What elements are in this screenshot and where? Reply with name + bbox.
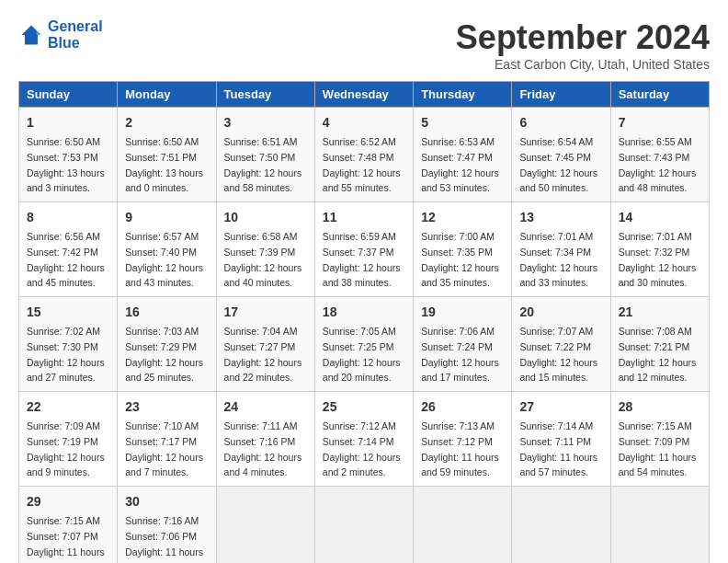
logo-icon <box>18 22 44 48</box>
logo-text: General Blue <box>48 18 103 51</box>
sunrise-info: Sunrise: 6:58 AMSunset: 7:39 PMDaylight:… <box>224 231 302 288</box>
day-number: 1 <box>27 113 109 132</box>
day-cell: 12Sunrise: 7:00 AMSunset: 7:35 PMDayligh… <box>414 202 512 297</box>
day-number: 22 <box>27 397 109 417</box>
logo: General Blue <box>18 18 103 51</box>
header-row: SundayMondayTuesdayWednesdayThursdayFrid… <box>19 82 710 108</box>
day-cell: 29Sunrise: 7:15 AMSunset: 7:07 PMDayligh… <box>19 487 118 564</box>
page-header: General Blue September 2024 East Carbon … <box>18 18 710 72</box>
day-number: 6 <box>519 113 602 132</box>
day-number: 30 <box>125 492 208 511</box>
day-cell: 9Sunrise: 6:57 AMSunset: 7:40 PMDaylight… <box>118 202 216 297</box>
day-number: 21 <box>619 303 701 322</box>
header-cell-monday: Monday <box>118 82 216 108</box>
day-number: 27 <box>519 397 602 417</box>
sunrise-info: Sunrise: 7:08 AMSunset: 7:21 PMDaylight:… <box>619 326 697 383</box>
calendar-table: SundayMondayTuesdayWednesdayThursdayFrid… <box>18 81 710 563</box>
sunrise-info: Sunrise: 6:52 AMSunset: 7:48 PMDaylight:… <box>323 136 401 193</box>
sunrise-info: Sunrise: 7:02 AMSunset: 7:30 PMDaylight:… <box>27 326 105 383</box>
header-cell-tuesday: Tuesday <box>216 82 314 108</box>
day-number: 11 <box>323 208 405 227</box>
sunrise-info: Sunrise: 7:16 AMSunset: 7:06 PMDaylight:… <box>125 515 203 563</box>
sunrise-info: Sunrise: 7:00 AMSunset: 7:35 PMDaylight:… <box>421 231 499 288</box>
day-number: 24 <box>224 397 307 417</box>
sunrise-info: Sunrise: 7:01 AMSunset: 7:32 PMDaylight:… <box>619 231 697 288</box>
header-cell-sunday: Sunday <box>19 82 118 108</box>
calendar-header: SundayMondayTuesdayWednesdayThursdayFrid… <box>19 82 710 108</box>
day-cell: 2Sunrise: 6:50 AMSunset: 7:51 PMDaylight… <box>118 108 216 202</box>
day-cell: 28Sunrise: 7:15 AMSunset: 7:09 PMDayligh… <box>610 392 709 487</box>
week-row-2: 8Sunrise: 6:56 AMSunset: 7:42 PMDaylight… <box>19 202 710 297</box>
day-number: 7 <box>619 113 701 132</box>
day-number: 15 <box>27 303 109 322</box>
day-cell: 4Sunrise: 6:52 AMSunset: 7:48 PMDaylight… <box>314 108 413 202</box>
sunrise-info: Sunrise: 6:50 AMSunset: 7:53 PMDaylight:… <box>27 136 105 193</box>
week-row-4: 22Sunrise: 7:09 AMSunset: 7:19 PMDayligh… <box>19 392 710 487</box>
day-cell: 15Sunrise: 7:02 AMSunset: 7:30 PMDayligh… <box>19 297 118 392</box>
day-cell: 16Sunrise: 7:03 AMSunset: 7:29 PMDayligh… <box>118 297 216 392</box>
day-number: 16 <box>125 303 208 322</box>
day-cell <box>314 487 413 564</box>
header-cell-friday: Friday <box>512 82 610 108</box>
day-cell: 13Sunrise: 7:01 AMSunset: 7:34 PMDayligh… <box>512 202 610 297</box>
day-number: 2 <box>125 113 208 132</box>
day-number: 29 <box>27 492 109 511</box>
sunrise-info: Sunrise: 6:55 AMSunset: 7:43 PMDaylight:… <box>619 136 697 193</box>
day-number: 9 <box>125 208 208 227</box>
day-number: 8 <box>27 208 109 227</box>
day-number: 17 <box>224 303 307 322</box>
day-number: 18 <box>323 303 405 322</box>
day-number: 5 <box>421 113 504 132</box>
sunrise-info: Sunrise: 7:15 AMSunset: 7:09 PMDaylight:… <box>619 420 697 477</box>
title-block: September 2024 East Carbon City, Utah, U… <box>456 18 710 72</box>
day-cell: 30Sunrise: 7:16 AMSunset: 7:06 PMDayligh… <box>118 487 216 564</box>
day-number: 19 <box>421 303 504 322</box>
sunrise-info: Sunrise: 6:53 AMSunset: 7:47 PMDaylight:… <box>421 136 499 193</box>
sunrise-info: Sunrise: 6:51 AMSunset: 7:50 PMDaylight:… <box>224 136 302 193</box>
header-cell-thursday: Thursday <box>414 82 512 108</box>
header-cell-wednesday: Wednesday <box>314 82 413 108</box>
sunrise-info: Sunrise: 7:12 AMSunset: 7:14 PMDaylight:… <box>323 420 401 477</box>
day-cell: 5Sunrise: 6:53 AMSunset: 7:47 PMDaylight… <box>414 108 512 202</box>
logo-text-general: General <box>48 18 103 34</box>
day-cell: 10Sunrise: 6:58 AMSunset: 7:39 PMDayligh… <box>216 202 314 297</box>
sunrise-info: Sunrise: 6:57 AMSunset: 7:40 PMDaylight:… <box>125 231 203 288</box>
day-cell <box>216 487 314 564</box>
logo-text-blue: Blue <box>48 35 80 51</box>
sunrise-info: Sunrise: 6:56 AMSunset: 7:42 PMDaylight:… <box>27 231 105 288</box>
day-cell <box>610 487 709 564</box>
day-cell: 6Sunrise: 6:54 AMSunset: 7:45 PMDaylight… <box>512 108 610 202</box>
day-number: 25 <box>323 397 405 417</box>
sunrise-info: Sunrise: 7:15 AMSunset: 7:07 PMDaylight:… <box>27 515 105 563</box>
day-cell: 22Sunrise: 7:09 AMSunset: 7:19 PMDayligh… <box>19 392 118 487</box>
day-number: 4 <box>323 113 405 132</box>
sunrise-info: Sunrise: 7:09 AMSunset: 7:19 PMDaylight:… <box>27 420 105 477</box>
day-number: 10 <box>224 208 307 227</box>
day-cell: 14Sunrise: 7:01 AMSunset: 7:32 PMDayligh… <box>610 202 709 297</box>
week-row-5: 29Sunrise: 7:15 AMSunset: 7:07 PMDayligh… <box>19 487 710 564</box>
day-cell: 25Sunrise: 7:12 AMSunset: 7:14 PMDayligh… <box>314 392 413 487</box>
day-cell: 8Sunrise: 6:56 AMSunset: 7:42 PMDaylight… <box>19 202 118 297</box>
sunrise-info: Sunrise: 7:10 AMSunset: 7:17 PMDaylight:… <box>125 420 203 477</box>
sunrise-info: Sunrise: 7:03 AMSunset: 7:29 PMDaylight:… <box>125 326 203 383</box>
sunrise-info: Sunrise: 7:01 AMSunset: 7:34 PMDaylight:… <box>519 231 597 288</box>
sunrise-info: Sunrise: 7:11 AMSunset: 7:16 PMDaylight:… <box>224 420 302 477</box>
day-number: 13 <box>519 208 602 227</box>
day-number: 14 <box>619 208 701 227</box>
day-cell: 19Sunrise: 7:06 AMSunset: 7:24 PMDayligh… <box>414 297 512 392</box>
day-cell: 27Sunrise: 7:14 AMSunset: 7:11 PMDayligh… <box>512 392 610 487</box>
sunrise-info: Sunrise: 6:50 AMSunset: 7:51 PMDaylight:… <box>125 136 203 193</box>
location-subtitle: East Carbon City, Utah, United States <box>456 57 710 72</box>
day-cell: 1Sunrise: 6:50 AMSunset: 7:53 PMDaylight… <box>19 108 118 202</box>
day-cell: 24Sunrise: 7:11 AMSunset: 7:16 PMDayligh… <box>216 392 314 487</box>
day-cell <box>512 487 610 564</box>
sunrise-info: Sunrise: 7:04 AMSunset: 7:27 PMDaylight:… <box>224 326 302 383</box>
month-title: September 2024 <box>456 18 710 57</box>
day-cell: 21Sunrise: 7:08 AMSunset: 7:21 PMDayligh… <box>610 297 709 392</box>
day-cell <box>414 487 512 564</box>
sunrise-info: Sunrise: 6:59 AMSunset: 7:37 PMDaylight:… <box>323 231 401 288</box>
day-cell: 11Sunrise: 6:59 AMSunset: 7:37 PMDayligh… <box>314 202 413 297</box>
day-cell: 18Sunrise: 7:05 AMSunset: 7:25 PMDayligh… <box>314 297 413 392</box>
day-number: 28 <box>619 397 701 417</box>
day-number: 26 <box>421 397 504 417</box>
